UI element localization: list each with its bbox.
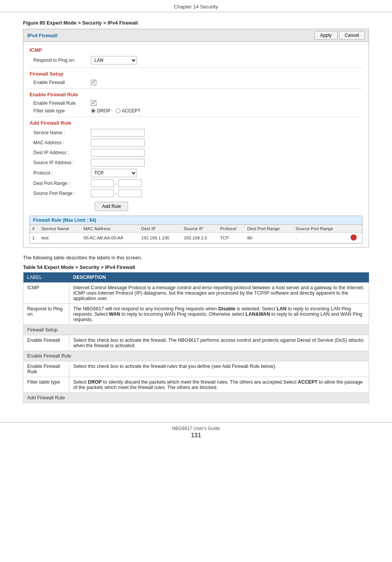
dest-port-range: - bbox=[91, 180, 142, 187]
respond-ping-select[interactable]: LAN Disable WAN LAN&WAN bbox=[91, 56, 137, 64]
source-port-label: Source Port Range : bbox=[33, 191, 91, 196]
label-respond-ping: Respond to Ping on bbox=[23, 304, 69, 325]
page-number: 131 bbox=[0, 432, 392, 439]
service-name-input[interactable] bbox=[91, 129, 145, 137]
col-source-ip: Source IP bbox=[181, 225, 218, 233]
enable-rule-section-title: Enable Firewall Rule bbox=[30, 92, 362, 97]
dest-port-start[interactable] bbox=[91, 180, 114, 187]
apply-button[interactable]: Apply bbox=[315, 31, 338, 40]
label-firewall-setup-section: Firewall Setup bbox=[23, 325, 369, 335]
rule-table: # Service Name MAC Address Dest IP Sourc… bbox=[30, 225, 362, 243]
filter-radio-group: DROP ACCEPT bbox=[91, 108, 140, 114]
protocol-select[interactable]: TCP UDP ICMP Any bbox=[91, 169, 137, 177]
page-footer: NBG6617 User's Guide 131 bbox=[0, 422, 392, 439]
table-row-respond-ping: Respond to Ping on The NBG6617 will not … bbox=[23, 304, 369, 325]
label-enable-rule: Enable Firewall Rule bbox=[23, 361, 69, 377]
service-name-row: Service Name : bbox=[30, 129, 362, 137]
source-ip-label: Source IP Address : bbox=[33, 160, 91, 165]
source-port-end[interactable] bbox=[119, 190, 142, 197]
panel-body: ICMP Respond to Ping on: LAN Disable WAN… bbox=[23, 42, 369, 247]
dest-ip-row: Dest IP Address : bbox=[30, 149, 362, 157]
accept-radio[interactable] bbox=[116, 109, 120, 113]
source-ip-input[interactable] bbox=[91, 159, 145, 166]
rule-table-section: Firewall Rule (Max Limit : 64) # Service… bbox=[30, 216, 362, 244]
col-source-port: Source Port Range bbox=[293, 225, 348, 233]
dest-port-row: Dest Port Range : - bbox=[30, 180, 362, 187]
desc-filter-type: Select DROP to silently discard the pack… bbox=[69, 377, 369, 393]
table54-title: Table 54 Expert Mode > Security > IPv4 F… bbox=[23, 264, 369, 270]
source-port-dash: - bbox=[115, 191, 117, 196]
cancel-button[interactable]: Cancel bbox=[339, 31, 365, 40]
enable-firewall-row: Enable Firewall bbox=[30, 80, 362, 85]
footer-text: NBG6617 User's Guide bbox=[172, 426, 220, 431]
table-row-enable-rule: Enable Firewall Rule Select this check b… bbox=[23, 361, 369, 377]
row-protocol: TCP bbox=[218, 233, 245, 243]
col-num: # bbox=[30, 225, 39, 233]
protocol-label: Protocol : bbox=[33, 170, 91, 176]
accept-label: ACCEPT bbox=[122, 108, 141, 114]
source-ip-row: Source IP Address : bbox=[30, 159, 362, 166]
enable-firewall-checkbox[interactable] bbox=[91, 80, 96, 85]
source-port-row: Source Port Range : - bbox=[30, 190, 362, 197]
desc-respond-ping: The NBG6617 will not respond to any inco… bbox=[69, 304, 369, 325]
source-port-start[interactable] bbox=[91, 190, 114, 197]
rule-table-header: Firewall Rule (Max Limit : 64) bbox=[30, 216, 362, 225]
firewall-setup-title: Firewall Setup bbox=[30, 71, 362, 77]
enable-firewall-label: Enable Firewall bbox=[33, 80, 91, 85]
mac-address-label: MAC Address : bbox=[33, 140, 91, 145]
chapter-header: Chapter 14 Security bbox=[0, 0, 392, 12]
row-dest-port: 80- bbox=[245, 233, 293, 243]
row-delete[interactable] bbox=[348, 233, 362, 243]
row-source-ip: 192.168.1.5 bbox=[181, 233, 218, 243]
desc-icmp: Internet Control Message Protocol is a m… bbox=[69, 283, 369, 304]
col-desc-header: DESCRIPTION bbox=[69, 272, 369, 283]
dest-port-label: Dest Port Range : bbox=[33, 181, 91, 186]
desc-enable-firewall: Select this check box to activate the fi… bbox=[69, 335, 369, 351]
table-row-enable-rule-section: Enable Firewall Rule bbox=[23, 351, 369, 361]
label-enable-firewall: Enable Firewall bbox=[23, 335, 69, 351]
table-desc-text: The following table describes the labels… bbox=[23, 255, 369, 260]
delete-row-button[interactable] bbox=[351, 234, 357, 241]
dest-port-end[interactable] bbox=[119, 180, 142, 187]
protocol-row: Protocol : TCP UDP ICMP Any bbox=[30, 169, 362, 177]
enable-rule-label: Enable Firewall Rule bbox=[33, 101, 91, 106]
row-service-name: test bbox=[39, 233, 81, 243]
panel-title: IPv4 Firewall bbox=[27, 33, 58, 38]
description-table: LABEL DESCRIPTION ICMP Internet Control … bbox=[23, 272, 369, 403]
label-add-rule-section: Add Firewall Rule bbox=[23, 393, 369, 403]
add-rule-button[interactable]: Add Rule bbox=[95, 202, 128, 211]
col-label-header: LABEL bbox=[23, 272, 69, 283]
respond-to-ping-row: Respond to Ping on: LAN Disable WAN LAN&… bbox=[30, 56, 362, 64]
drop-radio[interactable] bbox=[91, 109, 96, 113]
enable-rule-row: Enable Firewall Rule bbox=[30, 101, 362, 106]
col-dest-port: Dest Port Range bbox=[245, 225, 293, 233]
icmp-section-title: ICMP bbox=[30, 47, 362, 53]
filter-accept-option[interactable]: ACCEPT bbox=[116, 108, 141, 114]
col-action bbox=[348, 225, 362, 233]
panel-header: IPv4 Firewall Apply Cancel bbox=[23, 29, 369, 42]
filter-table-row: Filter table type DROP ACCEPT bbox=[30, 108, 362, 114]
mac-address-input[interactable] bbox=[91, 139, 145, 147]
label-enable-rule-section: Enable Firewall Rule bbox=[23, 351, 369, 361]
mac-address-row: MAC Address : bbox=[30, 139, 362, 147]
drop-label: DROP bbox=[97, 108, 110, 114]
col-dest-ip: Dest IP bbox=[139, 225, 181, 233]
desc-enable-rule: Select this check box to activate the fi… bbox=[69, 361, 369, 377]
dest-ip-label: Dest IP Address : bbox=[33, 150, 91, 155]
label-icmp: ICMP bbox=[23, 283, 69, 304]
filter-table-label: Filter table type bbox=[33, 108, 91, 114]
row-mac: 00:AC:AB:AA:00:AA bbox=[81, 233, 139, 243]
table-row-add-rule-section: Add Firewall Rule bbox=[23, 393, 369, 403]
add-rule-section-title: Add Firewall Rule bbox=[30, 120, 362, 126]
label-filter-type: Filter table type bbox=[23, 377, 69, 393]
dest-port-dash: - bbox=[115, 181, 117, 186]
row-dest-ip: 192.168.1.100 bbox=[139, 233, 181, 243]
table-row: 1 test 00:AC:AB:AA:00:AA 192.168.1.100 1… bbox=[30, 233, 362, 243]
filter-drop-option[interactable]: DROP bbox=[91, 108, 110, 114]
table-row-icmp: ICMP Internet Control Message Protocol i… bbox=[23, 283, 369, 304]
col-service-name: Service Name bbox=[39, 225, 81, 233]
enable-rule-checkbox[interactable] bbox=[91, 101, 96, 106]
dest-ip-input[interactable] bbox=[91, 149, 145, 157]
col-protocol: Protocol bbox=[218, 225, 245, 233]
respond-ping-label: Respond to Ping on: bbox=[33, 58, 91, 63]
